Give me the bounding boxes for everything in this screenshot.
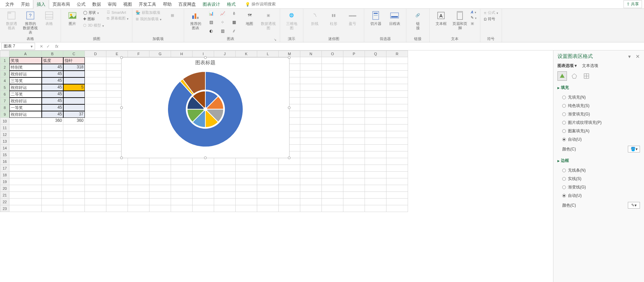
cell[interactable] bbox=[214, 185, 236, 192]
cell[interactable] bbox=[300, 64, 322, 71]
histogram-chart-button[interactable]: ▥ bbox=[218, 28, 227, 34]
resize-handle[interactable] bbox=[288, 156, 291, 159]
cell[interactable] bbox=[322, 91, 343, 98]
fill-pattern-radio[interactable]: 图案填充(A) bbox=[557, 127, 640, 135]
column-header[interactable]: H bbox=[171, 50, 193, 57]
cell[interactable] bbox=[9, 131, 42, 138]
fill-solid-radio[interactable]: 纯色填充(S) bbox=[557, 102, 640, 110]
cell[interactable] bbox=[365, 118, 386, 125]
cell[interactable] bbox=[85, 57, 106, 64]
cell[interactable] bbox=[365, 158, 386, 165]
column-header[interactable]: G bbox=[149, 50, 171, 57]
cell[interactable] bbox=[85, 185, 106, 192]
cell[interactable]: 45 bbox=[42, 64, 63, 71]
cell[interactable] bbox=[106, 158, 128, 165]
cell[interactable] bbox=[365, 151, 386, 158]
3dmodel-button[interactable]: ⬡3D 模型 bbox=[83, 23, 104, 28]
cell[interactable] bbox=[85, 158, 106, 165]
cell[interactable] bbox=[300, 131, 322, 138]
row-header[interactable]: 13 bbox=[0, 138, 9, 145]
close-pane-icon[interactable]: ✕ bbox=[636, 54, 640, 60]
cell[interactable] bbox=[214, 205, 236, 212]
cell[interactable] bbox=[300, 165, 322, 172]
surface-chart-button[interactable]: ▦ bbox=[229, 19, 239, 26]
cell[interactable] bbox=[63, 158, 85, 165]
textbox-button[interactable]: A文本框 bbox=[433, 10, 449, 26]
cell[interactable] bbox=[386, 77, 408, 84]
cell[interactable] bbox=[386, 98, 408, 104]
charts-dialog-launcher[interactable]: ↘ bbox=[274, 38, 276, 41]
cell[interactable] bbox=[300, 172, 322, 178]
row-header[interactable]: 21 bbox=[0, 192, 9, 199]
cell[interactable] bbox=[365, 172, 386, 178]
cell[interactable] bbox=[322, 158, 343, 165]
menu-formula[interactable]: 公式 bbox=[73, 0, 89, 9]
menu-dev[interactable]: 开发工具 bbox=[135, 0, 160, 9]
equation-button[interactable]: π公式 bbox=[484, 10, 498, 15]
cell[interactable] bbox=[343, 151, 365, 158]
cell[interactable] bbox=[42, 199, 63, 205]
fill-color-picker[interactable]: 🪣▾ bbox=[628, 146, 640, 152]
cell[interactable] bbox=[85, 131, 106, 138]
cell[interactable] bbox=[9, 165, 42, 172]
cell[interactable] bbox=[85, 111, 106, 118]
row-header[interactable]: 2 bbox=[0, 64, 9, 71]
symbol-button[interactable]: Ω符号 bbox=[484, 16, 498, 22]
cell[interactable] bbox=[279, 199, 300, 205]
sparkline-winloss-button[interactable]: ▬▬盈亏 bbox=[344, 10, 361, 26]
cell[interactable] bbox=[85, 138, 106, 145]
cell[interactable] bbox=[279, 192, 300, 199]
cell[interactable] bbox=[300, 185, 322, 192]
cell[interactable] bbox=[322, 98, 343, 104]
cell[interactable] bbox=[236, 165, 257, 172]
border-solid-radio[interactable]: 实线(S) bbox=[557, 175, 640, 183]
icons-button[interactable]: ✚图标 bbox=[83, 16, 104, 22]
hierarchy-chart-button[interactable]: ▤ bbox=[206, 19, 216, 26]
cell[interactable] bbox=[128, 199, 149, 205]
cancel-formula-icon[interactable]: ✕ bbox=[40, 44, 43, 49]
cell[interactable] bbox=[386, 138, 408, 145]
cell[interactable] bbox=[322, 151, 343, 158]
cell[interactable] bbox=[322, 84, 343, 91]
cell[interactable] bbox=[365, 84, 386, 91]
cell[interactable] bbox=[343, 91, 365, 98]
cell[interactable]: 三等奖 bbox=[9, 77, 42, 84]
cell[interactable] bbox=[128, 205, 149, 212]
sparkline-line-button[interactable]: 〽折线 bbox=[307, 10, 323, 26]
cell[interactable] bbox=[365, 57, 386, 64]
menu-format[interactable]: 格式 bbox=[224, 0, 239, 9]
resize-handle[interactable] bbox=[120, 56, 123, 59]
cell[interactable] bbox=[386, 71, 408, 77]
cell[interactable] bbox=[343, 192, 365, 199]
cell[interactable] bbox=[322, 64, 343, 71]
cell[interactable] bbox=[63, 151, 85, 158]
cell[interactable] bbox=[365, 178, 386, 185]
select-all-corner[interactable] bbox=[0, 50, 9, 57]
cell[interactable]: 祝你好运 bbox=[9, 71, 42, 77]
cell[interactable] bbox=[171, 158, 193, 165]
cell[interactable] bbox=[214, 172, 236, 178]
cell[interactable] bbox=[85, 64, 106, 71]
cell[interactable] bbox=[279, 205, 300, 212]
cell[interactable] bbox=[236, 192, 257, 199]
cell[interactable] bbox=[85, 71, 106, 77]
cell[interactable] bbox=[343, 111, 365, 118]
cell[interactable] bbox=[365, 125, 386, 131]
column-header[interactable]: B bbox=[42, 50, 63, 57]
cell[interactable] bbox=[85, 178, 106, 185]
cell[interactable] bbox=[386, 125, 408, 131]
border-color-picker[interactable]: ✎▾ bbox=[628, 202, 640, 209]
cell[interactable] bbox=[300, 84, 322, 91]
cell[interactable] bbox=[386, 84, 408, 91]
column-header[interactable]: D bbox=[85, 50, 106, 57]
cell[interactable] bbox=[193, 199, 214, 205]
row-header[interactable]: 11 bbox=[0, 125, 9, 131]
cell[interactable] bbox=[386, 185, 408, 192]
cell[interactable] bbox=[386, 118, 408, 125]
cell[interactable] bbox=[9, 178, 42, 185]
cell[interactable] bbox=[149, 185, 171, 192]
cell[interactable] bbox=[386, 205, 408, 212]
border-auto-radio[interactable]: 自动(U) bbox=[557, 191, 640, 200]
cell[interactable] bbox=[322, 178, 343, 185]
cell[interactable] bbox=[279, 178, 300, 185]
